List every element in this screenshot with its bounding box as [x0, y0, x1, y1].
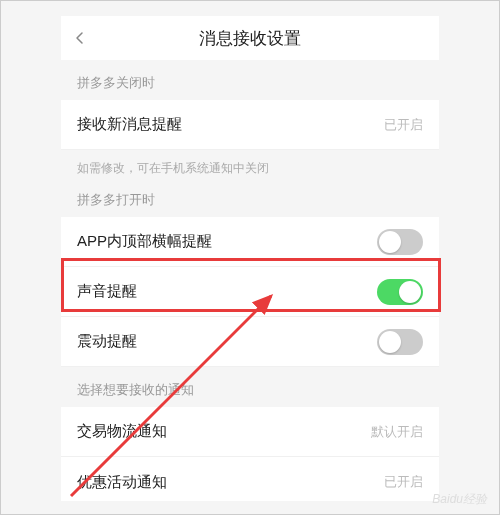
- back-icon[interactable]: [73, 31, 87, 45]
- row-promo-notify[interactable]: 优惠活动通知 已开启: [61, 457, 439, 501]
- row-status: 默认开启: [371, 423, 423, 441]
- row-label: 震动提醒: [77, 332, 137, 351]
- header-bar: 消息接收设置: [61, 16, 439, 60]
- row-label: APP内顶部横幅提醒: [77, 232, 212, 251]
- watermark-text: Baidu经验: [432, 491, 487, 508]
- toggle-vibrate[interactable]: [377, 329, 423, 355]
- toggle-knob: [379, 331, 401, 353]
- hint-text: 如需修改，可在手机系统通知中关闭: [61, 150, 439, 191]
- section-opened-label: 拼多多打开时: [61, 191, 439, 217]
- row-status: 已开启: [384, 473, 423, 491]
- row-sound-reminder: 声音提醒: [61, 267, 439, 317]
- row-receive-new-message[interactable]: 接收新消息提醒 已开启: [61, 100, 439, 150]
- row-banner-reminder: APP内顶部横幅提醒: [61, 217, 439, 267]
- row-label: 交易物流通知: [77, 422, 167, 441]
- row-logistics-notify[interactable]: 交易物流通知 默认开启: [61, 407, 439, 457]
- toggle-banner[interactable]: [377, 229, 423, 255]
- row-label: 优惠活动通知: [77, 473, 167, 492]
- page-title: 消息接收设置: [61, 27, 439, 50]
- row-label: 接收新消息提醒: [77, 115, 182, 134]
- row-vibrate-reminder: 震动提醒: [61, 317, 439, 367]
- section-closed-label: 拼多多关闭时: [61, 60, 439, 100]
- section-select-label: 选择想要接收的通知: [61, 367, 439, 407]
- toggle-knob: [399, 281, 421, 303]
- settings-screen: 消息接收设置 拼多多关闭时 接收新消息提醒 已开启 如需修改，可在手机系统通知中…: [61, 16, 439, 501]
- toggle-knob: [379, 231, 401, 253]
- toggle-sound[interactable]: [377, 279, 423, 305]
- row-status: 已开启: [384, 116, 423, 134]
- row-label: 声音提醒: [77, 282, 137, 301]
